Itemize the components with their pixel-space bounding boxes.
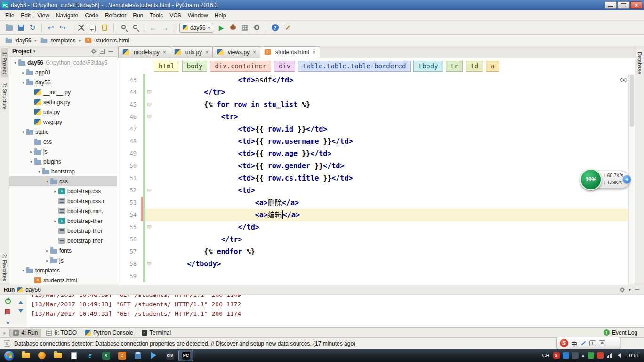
tray-icon-tray-red[interactable] xyxy=(597,352,604,359)
tag-crumb-tbody[interactable]: tbody xyxy=(413,61,443,72)
boost-button[interactable]: + xyxy=(623,175,631,183)
ime-toolbox-icon[interactable] xyxy=(599,340,605,346)
menu-tools[interactable]: Tools xyxy=(146,11,166,20)
tree-item-templates[interactable]: ▾templates xyxy=(9,265,117,275)
ime-mode-toggle[interactable]: 中 xyxy=(571,339,577,348)
maximize-button[interactable] xyxy=(618,1,629,9)
project-settings-icon[interactable] xyxy=(90,48,97,55)
taskbar-icon-media-player[interactable] xyxy=(146,350,161,361)
taskbar-icon-firefox[interactable] xyxy=(34,350,49,361)
taskbar-icon-div-tool[interactable]: div xyxy=(162,350,177,361)
tree-item-css[interactable]: css xyxy=(9,137,117,147)
collapse-all-icon[interactable] xyxy=(99,48,105,55)
fold-marker-icon[interactable] xyxy=(147,225,152,230)
copy-icon[interactable] xyxy=(88,23,98,33)
hide-panel-icon[interactable] xyxy=(107,48,114,55)
tree-arrow-open-icon[interactable]: ▾ xyxy=(20,268,26,273)
ime-pen-icon[interactable] xyxy=(580,340,587,346)
tray-icon-tray-blue[interactable] xyxy=(563,352,569,359)
tree-item-bootstrap.css.r[interactable]: bootstrap.css.r xyxy=(9,196,117,206)
tree-arrow-closed-icon[interactable]: ▸ xyxy=(52,219,58,223)
tree-arrow-open-icon[interactable]: ▾ xyxy=(28,159,34,164)
network-icon[interactable] xyxy=(607,353,612,358)
tray-icon-show-hidden[interactable]: ▲ xyxy=(581,354,585,358)
tab-close-icon[interactable]: × xyxy=(253,49,256,56)
scroll-down-button[interactable] xyxy=(14,306,27,317)
tray-icon-tray-green[interactable] xyxy=(588,352,594,359)
taskbar-icon-internet-explorer[interactable]: e xyxy=(82,350,97,361)
synchronize-icon[interactable]: ↻ xyxy=(27,23,38,33)
help-button[interactable]: ? xyxy=(270,23,280,33)
tree-item-js[interactable]: ▸js xyxy=(9,147,117,156)
taskbar-icon-app-c[interactable]: C xyxy=(114,350,129,361)
menu-help[interactable]: Help xyxy=(211,11,230,20)
tree-item-bootstrap-ther[interactable]: bootstrap-ther xyxy=(9,226,117,236)
tree-item-day56[interactable]: ▾day56 xyxy=(9,77,117,87)
toolwindow-button-6-todo[interactable]: 6: TODO xyxy=(42,329,80,337)
tree-arrow-closed-icon[interactable]: ▸ xyxy=(44,258,50,263)
paste-icon[interactable] xyxy=(99,23,110,33)
taskbar-icon-excel[interactable]: X xyxy=(98,350,113,361)
sidebar-tab-project[interactable]: 1: Project xyxy=(1,48,8,77)
menu-refactor[interactable]: Refactor xyxy=(102,11,129,20)
toolwindow-button-4-run[interactable]: 4: Run xyxy=(9,329,41,337)
console-settings-icon[interactable] xyxy=(619,287,626,293)
network-speed-widget[interactable]: 19% ↑ 60.7K/s ↓ 139K/s + xyxy=(580,169,630,190)
settings-button[interactable] xyxy=(251,23,262,33)
toolwindow-toggle-icon[interactable]: » xyxy=(3,330,6,336)
tree-item-bootstrap.min.[interactable]: bootstrap.min. xyxy=(9,206,117,216)
save-all-icon[interactable] xyxy=(16,23,26,33)
replace-icon[interactable] xyxy=(129,23,140,33)
editor-tab-views.py[interactable]: views.py× xyxy=(212,46,260,58)
tree-arrow-open-icon[interactable]: ▾ xyxy=(20,80,26,85)
tree-item-bootstrap[interactable]: ▾bootstrap xyxy=(9,166,117,176)
code-editor[interactable]: 43<td>asdf</td>44</tr>45{% for row in st… xyxy=(117,74,635,285)
undo-icon[interactable]: ↩ xyxy=(46,23,56,33)
volume-icon[interactable] xyxy=(615,353,621,358)
tab-close-icon[interactable]: × xyxy=(312,49,315,56)
tag-crumb-html[interactable]: html xyxy=(154,61,179,72)
memory-percent-ball[interactable]: 19% xyxy=(580,169,602,190)
inspection-eye-icon[interactable] xyxy=(620,78,627,82)
tree-item-urls.py[interactable]: urls.py xyxy=(9,107,117,117)
run-button[interactable]: ▶ xyxy=(216,23,226,33)
statusbar-icon[interactable] xyxy=(4,340,10,347)
tree-item-students.html[interactable]: students.html xyxy=(9,275,117,285)
tree-item-app01[interactable]: ▸app01 xyxy=(9,67,117,77)
tree-item-static[interactable]: ▾static xyxy=(9,127,117,137)
sidebar-tab-favorites[interactable]: 2: Favorites xyxy=(1,250,8,285)
tree-item-bootstrap-ther[interactable]: ▸bootstrap-ther xyxy=(9,216,117,226)
menu-vcs[interactable]: VCS xyxy=(166,11,185,20)
edit-configurations-button[interactable] xyxy=(282,23,292,33)
forward-icon[interactable]: → xyxy=(160,23,170,33)
redo-icon[interactable]: ↪ xyxy=(57,23,68,33)
breadcrumb-item-templates[interactable]: templates xyxy=(39,37,77,44)
more-actions-button[interactable]: » xyxy=(1,317,14,328)
sogou-logo-icon[interactable]: S xyxy=(560,339,568,347)
tag-crumb-td[interactable]: td xyxy=(466,61,483,72)
coverage-button[interactable] xyxy=(240,23,250,33)
tree-item-js[interactable]: ▸js xyxy=(9,255,117,265)
tree-arrow-closed-icon[interactable]: ▸ xyxy=(28,149,34,154)
fold-marker-icon[interactable] xyxy=(147,189,152,193)
sidebar-tab-structure[interactable]: 7: Structure xyxy=(1,79,8,114)
editor-tab-students.html[interactable]: students.html× xyxy=(260,46,320,58)
tree-item-plugins[interactable]: ▾plugins xyxy=(9,156,117,166)
ime-indicator[interactable]: CH xyxy=(542,353,550,358)
start-button[interactable] xyxy=(0,349,18,362)
open-file-icon[interactable] xyxy=(4,23,14,33)
taskbar-clock[interactable]: 10:51 xyxy=(624,353,639,358)
tree-item-wsgi.py[interactable]: wsgi.py xyxy=(9,117,117,127)
tag-crumb-a[interactable]: a xyxy=(486,61,499,72)
tree-item-__init__.py[interactable]: __init__.py xyxy=(9,87,117,97)
tree-item-css[interactable]: ▾css xyxy=(9,176,117,186)
scroll-up-button[interactable] xyxy=(14,296,27,306)
breadcrumb-item-students.html[interactable]: students.html xyxy=(83,37,130,44)
hide-console-icon[interactable] xyxy=(634,287,640,293)
tree-arrow-open-icon[interactable]: ▾ xyxy=(20,130,26,134)
taskbar-icon-notepad[interactable] xyxy=(66,350,81,361)
menu-edit[interactable]: Edit xyxy=(17,11,34,20)
tray-icon-sogou-tray[interactable]: S xyxy=(553,352,560,359)
menu-window[interactable]: Window xyxy=(185,11,211,20)
tree-item-day56[interactable]: ▾day56G:\python_code\F3\day5 xyxy=(9,58,117,67)
